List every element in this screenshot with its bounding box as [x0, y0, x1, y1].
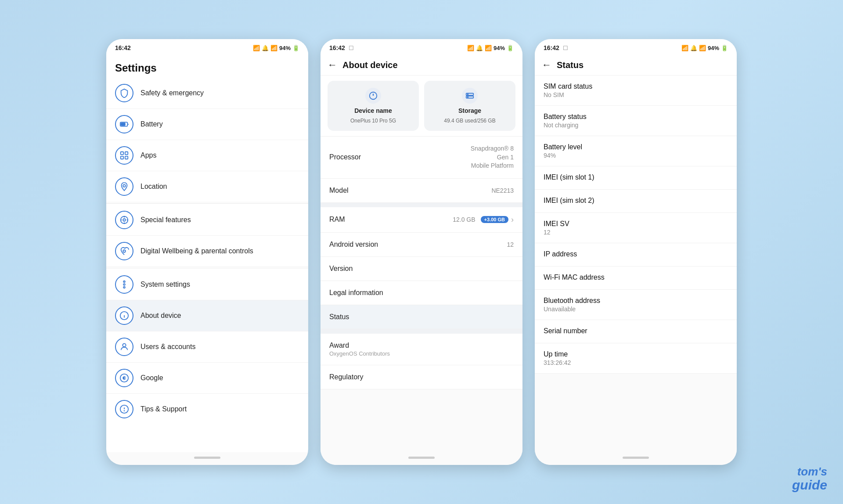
- screenshot-icon: ☐: [349, 45, 354, 51]
- handle-1: [194, 457, 220, 459]
- battery-level-entry: Battery level 94%: [535, 136, 737, 166]
- android-version-value: 12: [507, 241, 514, 248]
- award-item[interactable]: Award OxygenOS Contributors: [321, 334, 522, 365]
- bottom-bar-1: [106, 452, 308, 465]
- bluetooth-label: Bluetooth address: [544, 297, 728, 305]
- storage-value: 49.4 GB used/256 GB: [444, 118, 495, 124]
- sidebar-item-users[interactable]: Users & accounts: [106, 331, 308, 363]
- time-3: 16:42: [544, 44, 559, 51]
- svg-point-28: [468, 97, 468, 97]
- sim-status-entry: SIM card status No SIM: [535, 76, 737, 106]
- sidebar-item-location[interactable]: Location: [106, 171, 308, 202]
- google-icon: [119, 373, 129, 383]
- sidebar-item-safety[interactable]: Safety & emergency: [106, 78, 308, 109]
- status-icons-2: 📶 🔔 📶 94% 🔋: [467, 45, 514, 51]
- location-label: Location: [140, 183, 167, 191]
- status-item[interactable]: Status: [321, 305, 522, 329]
- svg-point-20: [122, 344, 126, 347]
- status-panel: SIM card status No SIM Battery status No…: [535, 76, 737, 374]
- storage-card[interactable]: Storage 49.4 GB used/256 GB: [424, 81, 515, 131]
- sidebar-item-google[interactable]: Google: [106, 363, 308, 394]
- wifi-mac-entry: Wi-Fi MAC address: [535, 266, 737, 290]
- sidebar-item-wellbeing[interactable]: Digital Wellbeing & parental controls: [106, 236, 308, 267]
- safety-label: Safety & emergency: [140, 89, 204, 97]
- svg-rect-5: [125, 156, 128, 159]
- model-row: Model NE2213: [321, 179, 522, 203]
- nfc-icon-3: 📶: [681, 45, 688, 51]
- ram-badge: +3.00 GB: [481, 216, 508, 223]
- sidebar-item-tips[interactable]: Tips & Support: [106, 394, 308, 425]
- award-sub: OxygenOS Contributors: [329, 350, 514, 357]
- android-version-row[interactable]: Android version 12: [321, 233, 522, 257]
- mute-icon-3: 🔔: [690, 45, 697, 51]
- tips-icon: [119, 404, 129, 414]
- imei-sv-entry: IMEI SV 12: [535, 213, 737, 243]
- about-header-bar: ← About device: [321, 55, 522, 76]
- settings-list-scroll[interactable]: Safety & emergency Battery: [106, 78, 308, 452]
- users-label: Users & accounts: [140, 343, 195, 351]
- phones-container: 16:42 📶 🔔 📶 94% 🔋 Settings: [106, 39, 737, 465]
- svg-rect-2: [121, 152, 123, 155]
- phone1-frame: 16:42 📶 🔔 📶 94% 🔋 Settings: [106, 39, 308, 465]
- back-button-3[interactable]: ←: [542, 59, 551, 71]
- chevron-right-icon: ›: [511, 215, 514, 224]
- google-label: Google: [140, 374, 163, 382]
- about-icon-circle: [115, 306, 133, 325]
- device-cards: Device name OnePlus 10 Pro 5G Storage 49…: [321, 76, 522, 137]
- storage-icon-svg: [465, 91, 475, 101]
- battery-status-label: Battery status: [544, 113, 728, 121]
- ram-right: 12.0 GB +3.00 GB ›: [453, 215, 514, 224]
- sim-status-label: SIM card status: [544, 83, 728, 90]
- wifi-icon-2: 📶: [485, 45, 492, 51]
- tips-icon-circle: [115, 400, 133, 418]
- bluetooth-value: Unavailable: [544, 306, 728, 313]
- location-icon-circle: [115, 177, 133, 196]
- device-name-icon: [365, 88, 381, 104]
- about-content[interactable]: Device name OnePlus 10 Pro 5G Storage 49…: [321, 76, 522, 452]
- svg-point-13: [123, 250, 126, 252]
- sidebar-item-about[interactable]: About device: [106, 300, 308, 331]
- serial-entry: Serial number: [535, 320, 737, 343]
- battery-status-entry: Battery status Not charging: [535, 106, 737, 136]
- uptime-label: Up time: [544, 350, 728, 358]
- svg-rect-3: [125, 152, 128, 155]
- legal-item[interactable]: Legal information: [321, 281, 522, 305]
- section-gap-1: [321, 203, 522, 207]
- svg-point-16: [123, 287, 125, 288]
- ip-label: IP address: [544, 250, 728, 258]
- ram-row[interactable]: RAM 12.0 GB +3.00 GB ›: [321, 207, 522, 233]
- version-item[interactable]: Version: [321, 257, 522, 281]
- legal-label: Legal information: [329, 289, 514, 297]
- regulatory-label: Regulatory: [329, 373, 514, 381]
- battery-2: 94%: [494, 45, 505, 51]
- device-name-label: Device name: [354, 107, 392, 114]
- handle-3: [623, 457, 649, 459]
- users-icon: [119, 342, 129, 352]
- uptime-entry: Up time 313:26:42: [535, 343, 737, 374]
- sidebar-item-apps[interactable]: Apps: [106, 140, 308, 171]
- special-icon-circle: [115, 211, 133, 229]
- sidebar-item-special[interactable]: Special features: [106, 205, 308, 236]
- power-icon: [368, 91, 378, 101]
- about-label: About device: [140, 312, 181, 320]
- imei2-entry: IMEI (sim slot 2): [535, 190, 737, 213]
- sidebar-item-battery[interactable]: Battery: [106, 109, 308, 140]
- sidebar-item-system[interactable]: System settings: [106, 269, 308, 300]
- imei2-label: IMEI (sim slot 2): [544, 197, 728, 205]
- about-title: About device: [342, 60, 398, 70]
- svg-point-6: [123, 184, 126, 187]
- settings-title-bar: Settings: [106, 55, 308, 78]
- battery-icon: [119, 119, 129, 129]
- time-2: 16:42: [329, 44, 345, 51]
- imei1-entry: IMEI (sim slot 1): [535, 166, 737, 190]
- svg-point-27: [468, 94, 468, 95]
- users-icon-circle: [115, 338, 133, 356]
- back-button-2[interactable]: ←: [328, 59, 337, 71]
- status-content[interactable]: SIM card status No SIM Battery status No…: [535, 76, 737, 452]
- battery-icon-circle: [115, 115, 133, 133]
- wifi-icon: 📶: [270, 45, 277, 51]
- device-name-card[interactable]: Device name OnePlus 10 Pro 5G: [328, 81, 419, 131]
- regulatory-item[interactable]: Regulatory: [321, 365, 522, 389]
- divider-2: [106, 268, 308, 268]
- uptime-value: 313:26:42: [544, 359, 728, 366]
